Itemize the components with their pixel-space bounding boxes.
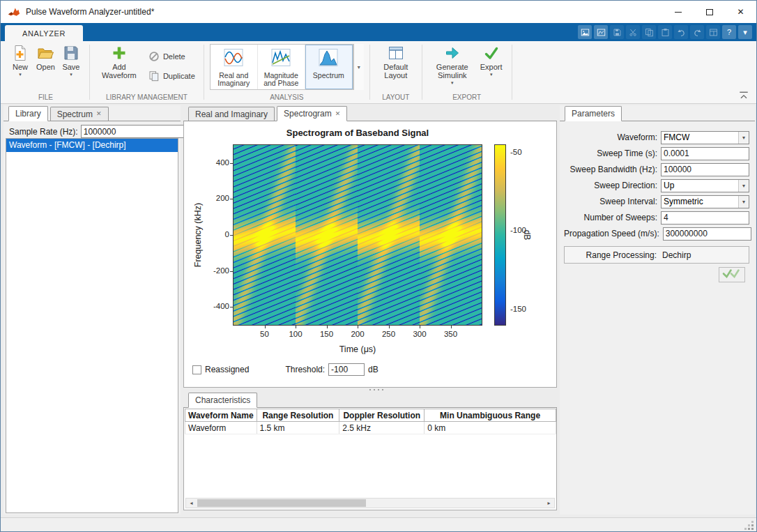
x-tick-mark xyxy=(451,326,452,328)
save-icon[interactable] xyxy=(610,25,624,39)
parameter-row: Sweep Bandwidth (Hz): xyxy=(564,162,749,176)
parameter-input[interactable] xyxy=(661,163,749,176)
sample-rate-input[interactable] xyxy=(81,125,194,138)
column-header[interactable]: Min Unambiguous Range xyxy=(425,409,556,422)
export-button[interactable]: Export ▾ xyxy=(477,44,506,78)
parameter-input[interactable] xyxy=(661,147,749,160)
threshold-input[interactable] xyxy=(328,363,365,376)
redo-icon[interactable] xyxy=(690,25,704,39)
x-tick-label: 300 xyxy=(406,330,434,338)
tab-analyzer[interactable]: ANALYZER xyxy=(5,25,83,41)
main-area: Library Spectrum ✕ Sample Rate (Hz): Wav… xyxy=(1,104,756,517)
help-icon[interactable]: ? xyxy=(722,25,736,39)
minimize-button[interactable] xyxy=(662,1,694,23)
column-header[interactable]: Doppler Resolution xyxy=(339,409,425,422)
column-header[interactable]: Range Resolution xyxy=(257,409,339,422)
tab-spectrogram[interactable]: Spectrogram ✕ xyxy=(277,106,347,121)
table-row[interactable]: Waveform1.5 km2.5 kHz0 km xyxy=(185,422,556,434)
library-panel: Library Spectrum ✕ Sample Rate (Hz): Wav… xyxy=(3,105,181,515)
plot-title: Spectrogram of Baseband Signal xyxy=(234,128,482,138)
duplicate-button[interactable]: Duplicate xyxy=(148,70,195,82)
chevron-down-icon: ▾ xyxy=(490,72,493,77)
window-layout-icon[interactable] xyxy=(706,25,720,39)
scroll-right-icon[interactable]: ▸ xyxy=(544,499,554,508)
toolstrip-tab-bar: ANALYZER ?▾ xyxy=(1,23,756,41)
tab-label: Library xyxy=(15,109,41,119)
tab-characteristics[interactable]: Characteristics xyxy=(188,393,257,408)
close-button[interactable]: ✕ xyxy=(725,1,756,23)
apply-button[interactable] xyxy=(719,267,745,282)
x-tick-mark xyxy=(265,326,266,328)
delete-button[interactable]: Delete xyxy=(148,51,195,62)
open-button[interactable]: Open xyxy=(33,44,59,72)
ribbon-collapse-button[interactable] xyxy=(738,91,749,100)
waveform-list[interactable]: Waveform - [FMCW] - [Dechirp] xyxy=(6,138,178,513)
ribbon-section-label-file: FILE xyxy=(2,93,89,103)
default-layout-button[interactable]: Default Layout xyxy=(376,44,416,80)
minimize-icon xyxy=(675,12,682,13)
parameter-input[interactable] xyxy=(663,227,751,241)
delete-icon xyxy=(148,51,160,62)
gallery-item-magnitude-and-phase[interactable]: Magnitude and Phase xyxy=(258,45,305,89)
scrollbar-thumb[interactable] xyxy=(197,499,366,507)
parameter-label: Sweep Direction: xyxy=(564,181,657,190)
parameter-input[interactable] xyxy=(661,211,749,225)
list-item[interactable]: Waveform - [FMCW] - [Dechirp] xyxy=(6,139,178,152)
close-icon[interactable]: ✕ xyxy=(335,111,341,117)
parameter-select[interactable]: Up▾ xyxy=(661,179,749,192)
paste-icon[interactable] xyxy=(658,25,672,39)
maximize-icon xyxy=(706,9,713,15)
open-button-label: Open xyxy=(36,63,55,71)
chart-icon[interactable] xyxy=(594,25,608,39)
x-tick-label: 150 xyxy=(313,330,341,338)
resize-grip[interactable] xyxy=(751,528,754,530)
parameter-select[interactable]: Symmetric▾ xyxy=(661,195,749,208)
ribbon-section-export: Generate Simulink ▾ Export ▾ EXPORT xyxy=(422,41,512,103)
tab-real-and-imaginary[interactable]: Real and Imaginary xyxy=(188,107,275,121)
plot-tab-bar: Real and Imaginary Spectrogram ✕ xyxy=(183,105,557,121)
spectrogram-controls: Reassigned Threshold: dB xyxy=(192,361,378,378)
tab-label: Real and Imaginary xyxy=(195,109,268,119)
tab-label: Spectrum xyxy=(57,109,93,119)
tab-parameters[interactable]: Parameters xyxy=(565,106,622,121)
x-tick-mark xyxy=(389,326,390,328)
gallery-expand-button[interactable]: ▾ xyxy=(353,44,364,90)
table-cell: Waveform xyxy=(185,422,257,434)
image-icon[interactable] xyxy=(578,25,592,39)
y-tick-mark xyxy=(230,307,233,307)
reassigned-checkbox[interactable] xyxy=(192,365,201,374)
sample-rate-row: Sample Rate (Hz): xyxy=(9,125,176,138)
y-tick-label: 400 xyxy=(204,158,229,167)
parameter-row: Number of Sweeps: xyxy=(564,211,749,225)
gallery-item-real-and-imaginary[interactable]: Real and Imaginary xyxy=(211,45,258,89)
new-button[interactable]: New ▾ xyxy=(8,44,33,78)
ribbon-section-file: New ▾ Open Save ▾ FILE xyxy=(2,41,89,103)
scroll-left-icon[interactable]: ◂ xyxy=(186,499,197,508)
maximize-button[interactable] xyxy=(694,1,725,23)
chevron-down-icon: ▾ xyxy=(70,72,72,77)
app-window: Pulse Waveform Analyzer-untitled* ✕ ANAL… xyxy=(0,0,757,532)
parameter-fields: Waveform:FMCW▾Sweep Time (s):Sweep Bandw… xyxy=(564,130,749,243)
gallery-item-label: Magnitude and Phase xyxy=(259,72,303,87)
chevron-down-icon[interactable]: ▾ xyxy=(738,25,752,39)
horizontal-scrollbar[interactable]: ◂ ▸ xyxy=(185,498,555,508)
spectrogram-canvas xyxy=(234,145,482,325)
magnitude-phase-icon xyxy=(271,48,291,70)
parameter-row: Sweep Direction:Up▾ xyxy=(564,178,749,192)
generate-simulink-button[interactable]: Generate Simulink ▾ xyxy=(428,44,477,86)
column-header[interactable]: Waveform Name xyxy=(185,409,257,422)
parameter-label: Propagation Speed (m/s): xyxy=(564,229,659,238)
x-tick-label: 350 xyxy=(437,330,465,338)
undo-icon[interactable] xyxy=(674,25,688,39)
close-icon[interactable]: ✕ xyxy=(96,111,102,117)
tab-library[interactable]: Library xyxy=(8,106,48,121)
save-button[interactable]: Save ▾ xyxy=(59,44,84,78)
copy-icon[interactable] xyxy=(642,25,656,39)
parameter-select[interactable]: FMCW▾ xyxy=(661,131,749,144)
add-waveform-button[interactable]: Add Waveform xyxy=(95,44,143,80)
cut-icon[interactable] xyxy=(626,25,640,39)
x-tick-mark xyxy=(327,326,328,328)
tab-spectrum[interactable]: Spectrum ✕ xyxy=(50,107,109,121)
parameter-label: Sweep Time (s): xyxy=(564,149,657,158)
gallery-item-spectrum[interactable]: Spectrum xyxy=(305,45,353,89)
